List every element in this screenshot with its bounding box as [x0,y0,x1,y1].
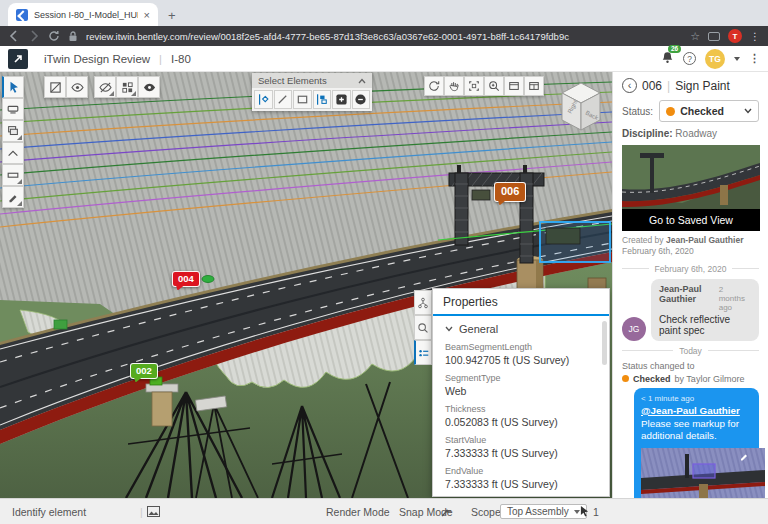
scope-caret-icon [574,510,580,514]
isolate-elements-button[interactable] [116,76,138,98]
hand-icon [448,80,460,92]
status-label: Status: [622,106,653,117]
today-divider: Today [622,346,759,356]
search-button[interactable] [414,315,432,340]
view-cube[interactable]: Right Back [552,78,610,136]
app-menu-icon[interactable]: ⋮ [749,52,760,65]
browser-tab[interactable]: Session I-80_I-Model_HUB | iTwi × [8,3,158,26]
layers-tool-button[interactable] [2,120,24,142]
status-dropdown[interactable]: Checked [659,100,759,122]
markup-thumbnail[interactable] [641,448,752,498]
box-select-button[interactable] [293,90,312,109]
project-name: I-80 [171,53,191,65]
properties-button[interactable] [414,340,432,365]
details-icon [418,347,430,359]
forward-icon[interactable] [28,30,40,42]
new-tab-button[interactable]: + [168,8,176,26]
model-tree-button[interactable] [414,290,432,315]
status-change-entry: Status changed to Checked by Taylor Gilm… [622,361,759,384]
properties-tool-strip [414,290,432,365]
select-elements-tools [252,88,372,111]
property-label: SegmentType [445,373,597,383]
selection-mode-button[interactable] [313,90,332,109]
fit-view-button[interactable] [464,76,484,96]
itwin-logo-icon[interactable] [8,49,28,69]
help-button[interactable]: ? [683,52,696,65]
fit-view-icon [468,80,480,92]
refresh-icon[interactable] [48,30,60,42]
section-label: General [459,323,498,335]
view-tool-button[interactable] [2,98,24,120]
comment-time: 2 months ago [719,285,751,312]
next-view-button[interactable] [524,76,544,96]
extension-icon[interactable] [708,32,720,41]
remove-selection-button[interactable] [352,90,371,109]
zoom-button[interactable] [484,76,504,96]
url-text[interactable]: review.itwin.bentley.com/review/0018f2e5… [86,31,682,42]
app-header: iTwin Design Review | I-80 26 ? TG ⋮ [0,46,768,72]
flyout-arrow-icon [17,135,22,140]
emphasize-elements-button[interactable] [138,76,160,98]
user-avatar[interactable]: TG [705,49,725,69]
browser-profile-avatar[interactable]: T [728,29,742,43]
previous-view-button[interactable] [504,76,524,96]
status-value: Checked [680,105,739,117]
line-select-button[interactable] [274,90,293,109]
crossed-square-icon [49,81,62,94]
issue-marker-006[interactable]: 006 [494,182,526,202]
issue-title: Sign Paint [675,79,730,93]
scope-value: Top Assembly [507,506,569,517]
select-elements-titlebar[interactable]: Select Elements [252,73,372,88]
discipline-label: Discipline: [622,128,673,139]
issue-id: 006 [642,79,662,93]
edit-markup-icon[interactable] [739,451,749,461]
navigation-toolbar [424,76,544,96]
select-tool-button[interactable] [2,76,24,98]
go-to-saved-view-button[interactable]: Go to Saved View [622,209,760,231]
roof-tool-button[interactable] [2,142,24,164]
issue-marker-004[interactable]: 004 [172,271,200,287]
property-value: 100.942705 ft (US Survey) [445,354,597,366]
screen: Session I-80_I-Model_HUB | iTwi × + revi… [0,0,768,524]
render-snapshot-icon[interactable] [147,499,160,524]
pick-select-icon [257,93,270,106]
bookmark-star-icon[interactable]: ☆ [690,30,700,43]
rotate-view-button[interactable] [424,76,444,96]
tab-close-icon[interactable]: × [144,9,150,21]
scope-dropdown[interactable]: Top Assembly [500,499,587,524]
reply-text: Please see markup for additional details… [641,418,739,442]
show-elements-button[interactable] [66,76,88,98]
notifications-button[interactable]: 26 [661,50,674,68]
pan-view-button[interactable] [444,76,464,96]
header-separator: | [159,53,162,65]
comment-author: Jean-Paul Gauthier [659,284,714,304]
back-icon[interactable] [8,30,20,42]
section-tool-button[interactable] [44,76,66,98]
clip-tool-button[interactable] [2,164,24,186]
browser-menu-icon[interactable]: ⋮ [750,31,760,42]
properties-scrollbar[interactable] [602,321,607,365]
selection-mode-icon [315,93,328,106]
saved-view-thumbnail[interactable]: Go to Saved View [622,145,760,231]
hide-elements-button[interactable] [94,76,116,98]
markup-tool-button[interactable] [2,186,24,208]
reply-mention[interactable]: @Jean-Paul Gauthier [641,405,740,416]
flyout-arrow-icon [17,201,22,206]
rotate-icon [428,80,440,92]
avatar-caret-icon[interactable] [734,57,740,61]
browser-url-bar: review.itwin.bentley.com/review/0018f2e5… [0,26,768,46]
model-viewport[interactable]: Select Elements [0,72,612,498]
pick-select-button[interactable] [254,90,273,109]
back-button[interactable]: ‹ [622,78,637,93]
cursor-count-icon [580,506,589,517]
properties-section-general[interactable]: General [445,323,597,335]
issue-marker-002[interactable]: 002 [130,363,158,379]
property-field: StartValue 7.333333 ft (US Survey) [445,435,597,459]
remove-icon [354,93,367,106]
add-selection-button[interactable] [332,90,351,109]
date-divider: February 6th, 2020 [622,264,759,274]
render-mode-label[interactable]: Render Mode [326,499,390,524]
snap-mode-icon[interactable] [441,499,452,524]
chevron-up-icon[interactable] [358,78,366,84]
selection-count: 1 [580,499,599,524]
